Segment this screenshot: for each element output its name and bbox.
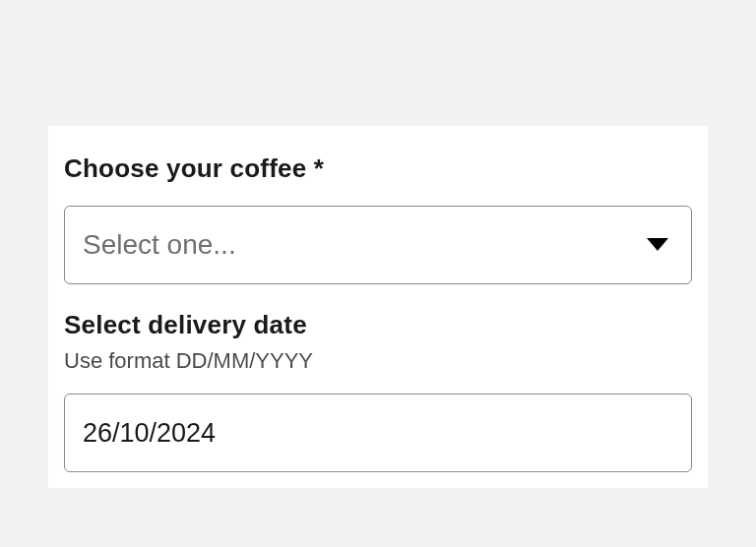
coffee-field: Choose your coffee * Select one... (64, 153, 692, 284)
coffee-label: Choose your coffee * (64, 153, 692, 184)
delivery-date-label: Select delivery date (64, 310, 692, 340)
delivery-date-hint: Use format DD/MM/YYYY (64, 348, 692, 374)
coffee-select[interactable]: Select one... (64, 206, 692, 284)
delivery-date-input[interactable] (64, 394, 692, 472)
form-card: Choose your coffee * Select one... Selec… (48, 126, 708, 488)
coffee-select-placeholder: Select one... (83, 229, 236, 261)
coffee-select-wrap: Select one... (64, 206, 692, 284)
delivery-date-field: Select delivery date Use format DD/MM/YY… (64, 310, 692, 472)
